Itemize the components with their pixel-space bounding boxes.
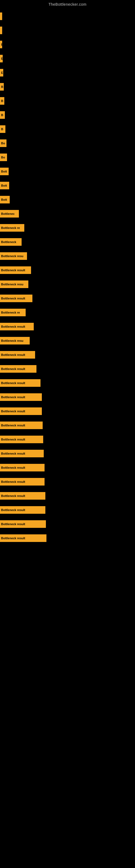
bar-row: Bottleneck resu xyxy=(0,250,135,262)
bar-row: Bott xyxy=(0,165,135,177)
bar-18: Bottleneck result xyxy=(0,267,31,274)
bar-row: Bottleneck resu xyxy=(0,335,135,347)
bar-row: Bo xyxy=(0,151,135,163)
bar-2: E xyxy=(0,41,2,48)
bar-9: Bo xyxy=(0,140,6,147)
bar-row: Bottleneck result xyxy=(0,420,135,431)
bar-label-14: Bottlenec xyxy=(1,212,14,215)
bar-27: Bottleneck result xyxy=(0,393,42,401)
bar-4: E xyxy=(0,69,3,76)
bar-label-3: E xyxy=(1,57,3,60)
bar-row: Bott xyxy=(0,194,135,206)
bar-24: Bottleneck result xyxy=(0,351,35,359)
bar-13: Bott xyxy=(0,196,10,204)
bar-label-33: Bottleneck result xyxy=(1,480,25,484)
bar-26: Bottleneck result xyxy=(0,379,41,387)
bar-23: Bottleneck resu xyxy=(0,337,30,344)
bar-label-37: Bottleneck result xyxy=(1,536,25,540)
bar-label-10: Bo xyxy=(1,156,5,159)
bar-29: Bottleneck result xyxy=(0,422,43,429)
bar-label-36: Bottleneck result xyxy=(1,522,25,526)
bar-label-20: Bottleneck result xyxy=(1,297,25,300)
bar-row: Bottleneck xyxy=(0,236,135,248)
bar-row: Bottleneck result xyxy=(0,349,135,361)
bar-row: Bottlenec xyxy=(0,208,135,220)
bar-row xyxy=(0,24,135,36)
bar-row: Bottleneck result xyxy=(0,391,135,403)
bar-row: Bottleneck result xyxy=(0,476,135,488)
bar-row: Bottleneck re xyxy=(0,222,135,234)
bar-label-26: Bottleneck result xyxy=(1,381,25,384)
bar-34: Bottleneck result xyxy=(0,492,45,500)
bar-6: B xyxy=(0,97,4,105)
bar-row: B xyxy=(0,109,135,121)
bar-11: Bott xyxy=(0,167,9,175)
bar-label-31: Bottleneck result xyxy=(1,452,25,455)
bar-row: B xyxy=(0,81,135,93)
bar-label-19: Bottleneck resu xyxy=(1,283,24,286)
bar-label-16: Bottleneck xyxy=(1,240,16,244)
bar-label-9: Bo xyxy=(1,142,5,145)
bar-row: E xyxy=(0,38,135,51)
bar-label-30: Bottleneck result xyxy=(1,438,25,441)
bar-row: E xyxy=(0,67,135,79)
bar-row: Bottleneck result xyxy=(0,433,135,445)
bar-31: Bottleneck result xyxy=(0,450,44,457)
bar-label-35: Bottleneck result xyxy=(1,508,25,512)
bar-label-5: B xyxy=(1,85,3,88)
bar-label-22: Bottleneck result xyxy=(1,325,25,328)
bar-row: Bottleneck result xyxy=(0,321,135,333)
bar-35: Bottleneck result xyxy=(0,506,45,514)
bar-17: Bottleneck resu xyxy=(0,252,27,260)
bar-16: Bottleneck xyxy=(0,238,21,246)
bar-row: Bo xyxy=(0,137,135,149)
bar-row xyxy=(0,10,135,22)
bar-20: Bottleneck result xyxy=(0,294,32,302)
bar-0 xyxy=(0,12,2,20)
bar-8: B xyxy=(0,125,5,133)
bar-row: Bottleneck result xyxy=(0,462,135,474)
bar-row: B xyxy=(0,123,135,135)
bar-21: Bottleneck re xyxy=(0,309,26,316)
bar-label-24: Bottleneck result xyxy=(1,353,25,356)
bar-label-23: Bottleneck resu xyxy=(1,339,24,342)
bar-19: Bottleneck resu xyxy=(0,280,28,288)
bar-label-29: Bottleneck result xyxy=(1,424,25,427)
bar-33: Bottleneck result xyxy=(0,478,45,486)
bar-row: Bottleneck resu xyxy=(0,278,135,290)
bar-label-4: E xyxy=(1,71,3,74)
bar-label-18: Bottleneck result xyxy=(1,269,25,272)
bar-row: Bottleneck result xyxy=(0,518,135,530)
bar-22: Bottleneck result xyxy=(0,323,34,330)
bar-row: Bottleneck result xyxy=(0,504,135,516)
bar-label-28: Bottleneck result xyxy=(1,410,25,413)
bar-28: Bottleneck result xyxy=(0,407,42,415)
bar-row: E xyxy=(0,53,135,65)
bar-label-17: Bottleneck resu xyxy=(1,254,24,258)
bar-row: Bottleneck result xyxy=(0,532,135,544)
bar-3: E xyxy=(0,55,3,62)
bar-row: Bottleneck result xyxy=(0,405,135,417)
bar-37: Bottleneck result xyxy=(0,534,46,542)
bar-label-34: Bottleneck result xyxy=(1,494,25,497)
bar-label-25: Bottleneck result xyxy=(1,367,25,371)
bars-container: EEEBBBBBoBoBottBottBottBottlenecBottlene… xyxy=(0,8,135,549)
bar-12: Bott xyxy=(0,182,9,189)
bar-5: B xyxy=(0,83,4,91)
bar-label-8: B xyxy=(1,127,3,131)
bar-label-32: Bottleneck result xyxy=(1,466,25,469)
site-title: TheBottlenecker.com xyxy=(0,0,135,8)
bar-row: Bottleneck result xyxy=(0,447,135,460)
bar-row: Bottleneck re xyxy=(0,307,135,318)
bar-32: Bottleneck result xyxy=(0,464,45,471)
bar-14: Bottlenec xyxy=(0,210,19,218)
bar-label-2: E xyxy=(1,43,2,46)
bar-row: Bottleneck result xyxy=(0,363,135,375)
bar-10: Bo xyxy=(0,154,7,161)
bar-25: Bottleneck result xyxy=(0,365,37,373)
bar-label-12: Bott xyxy=(1,184,7,187)
bar-36: Bottleneck result xyxy=(0,520,46,528)
bar-row: Bottleneck result xyxy=(0,264,135,276)
bar-30: Bottleneck result xyxy=(0,436,43,443)
bar-7: B xyxy=(0,111,5,119)
